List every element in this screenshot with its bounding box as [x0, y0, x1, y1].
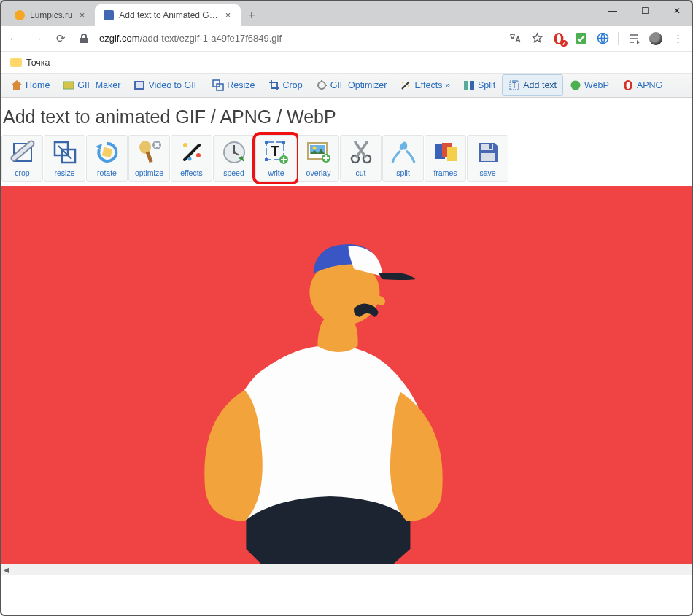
tool-label: cut: [355, 168, 365, 177]
nav-gif-optimizer[interactable]: GIF Optimizer: [309, 74, 394, 96]
opera-icon[interactable]: 7: [552, 32, 565, 45]
svg-point-51: [311, 292, 322, 307]
address-bar: ← → ⟳ ezgif.com/add-text/ezgif-1-a49fe17…: [0, 26, 693, 52]
rotate-icon: [94, 139, 120, 165]
back-button[interactable]: ←: [6, 31, 22, 47]
page-viewport: Home GIF Maker Video to GIF Resize Crop …: [0, 74, 693, 616]
svg-point-27: [196, 153, 201, 157]
svg-rect-31: [266, 142, 284, 160]
tab-ezgif[interactable]: Add text to Animated GIFs - gif-... ×: [95, 4, 241, 26]
nav-home[interactable]: Home: [4, 74, 56, 96]
svg-rect-4: [63, 82, 74, 89]
split-icon: [390, 139, 417, 165]
apng-icon: [622, 79, 634, 91]
svg-rect-12: [464, 81, 468, 90]
tool-optimize[interactable]: optimize: [128, 135, 170, 182]
nav-effects[interactable]: Effects »: [393, 74, 456, 96]
star-icon[interactable]: [530, 32, 543, 45]
nav-video-to-gif[interactable]: Video to GIF: [127, 74, 206, 96]
optimize-icon: [136, 139, 163, 165]
url-display[interactable]: ezgif.com/add-text/ezgif-1-a49fe17f6849.…: [99, 33, 501, 44]
tool-crop[interactable]: crop: [1, 135, 43, 182]
nav-crop[interactable]: Crop: [262, 74, 309, 96]
nav-label: Video to GIF: [148, 80, 199, 90]
extension-icons: 7 ⋮: [508, 32, 687, 45]
close-icon[interactable]: ×: [78, 9, 87, 20]
svg-text:T: T: [270, 143, 279, 159]
translate-icon[interactable]: [508, 32, 522, 45]
webp-icon: [570, 79, 581, 91]
svg-rect-24: [145, 151, 152, 163]
video-icon: [133, 79, 145, 91]
text-icon: T: [508, 79, 520, 91]
nav-apng[interactable]: APNG: [616, 74, 669, 96]
nav-label: Crop: [283, 80, 303, 90]
tool-label: resize: [54, 168, 74, 177]
split-icon: [463, 79, 475, 91]
tool-label: split: [396, 168, 410, 177]
close-button[interactable]: ✕: [661, 0, 693, 22]
tool-frames[interactable]: frames: [425, 135, 466, 182]
tool-resize[interactable]: resize: [44, 135, 85, 182]
tool-overlay[interactable]: overlay: [298, 135, 339, 182]
check-icon[interactable]: [574, 32, 587, 45]
tool-cut[interactable]: cut: [340, 135, 382, 182]
page-scroll[interactable]: Home GIF Maker Video to GIF Resize Crop …: [0, 74, 693, 616]
bookmark-item[interactable]: Точка: [26, 58, 50, 68]
nav-label: Add text: [523, 80, 557, 90]
maximize-button[interactable]: ☐: [629, 0, 661, 22]
tab-strip: Lumpics.ru × Add text to Animated GIFs -…: [0, 0, 597, 26]
svg-point-16: [571, 81, 581, 90]
forward-button[interactable]: →: [29, 31, 45, 47]
avatar-icon[interactable]: [649, 32, 662, 45]
nav-resize[interactable]: Resize: [206, 74, 261, 96]
scroll-left-button[interactable]: ◀: [0, 564, 12, 575]
read-list-icon[interactable]: [627, 32, 640, 45]
tool-split[interactable]: split: [382, 135, 424, 182]
tool-save[interactable]: save: [467, 135, 508, 182]
tool-write[interactable]: Twrite: [255, 135, 297, 182]
url-host: ezgif.com: [99, 33, 140, 44]
site-nav: Home GIF Maker Video to GIF Resize Crop …: [0, 74, 693, 98]
overlay-icon: [306, 139, 332, 165]
reload-button[interactable]: ⟳: [53, 31, 69, 47]
tool-label: speed: [223, 168, 244, 177]
nav-gif-maker[interactable]: GIF Maker: [56, 74, 127, 96]
close-icon[interactable]: ×: [224, 9, 233, 20]
tab-favicon-icon: [104, 10, 114, 20]
tool-effects[interactable]: effects: [171, 135, 212, 182]
resize-icon: [212, 79, 224, 91]
tool-label: save: [479, 168, 495, 177]
bookmarks-bar: Точка: [0, 52, 693, 74]
lock-icon[interactable]: [76, 31, 92, 47]
write-icon: T: [263, 139, 290, 165]
svg-rect-2: [576, 33, 586, 44]
tool-speed[interactable]: speed: [213, 135, 255, 182]
tool-label: crop: [15, 168, 29, 177]
nav-add-text[interactable]: TAdd text: [502, 74, 563, 96]
minimize-button[interactable]: —: [597, 0, 629, 22]
nav-webp[interactable]: WebP: [563, 74, 616, 96]
nav-label: GIF Optimizer: [330, 80, 387, 90]
gif-icon: [63, 79, 74, 91]
new-tab-button[interactable]: +: [241, 6, 262, 25]
resize-icon: [52, 139, 78, 165]
tool-rotate[interactable]: rotate: [86, 135, 128, 182]
tool-label: frames: [433, 168, 457, 177]
canvas-area: [0, 186, 693, 564]
save-icon: [475, 139, 501, 165]
svg-point-11: [408, 85, 410, 87]
svg-rect-46: [447, 147, 457, 161]
nav-label: Effects »: [414, 80, 449, 90]
tab-lumpics[interactable]: Lumpics.ru ×: [6, 4, 95, 26]
window-controls: — ☐ ✕: [597, 0, 693, 26]
menu-icon[interactable]: ⋮: [671, 32, 684, 45]
tool-label: write: [268, 168, 284, 177]
speed-icon: [221, 139, 247, 165]
tool-label: rotate: [97, 168, 117, 177]
nav-label: Home: [26, 80, 50, 90]
globe-icon[interactable]: [596, 32, 609, 45]
tool-label: overlay: [306, 168, 331, 177]
nav-split[interactable]: Split: [457, 74, 502, 96]
horizontal-scrollbar[interactable]: ◀: [0, 564, 693, 575]
